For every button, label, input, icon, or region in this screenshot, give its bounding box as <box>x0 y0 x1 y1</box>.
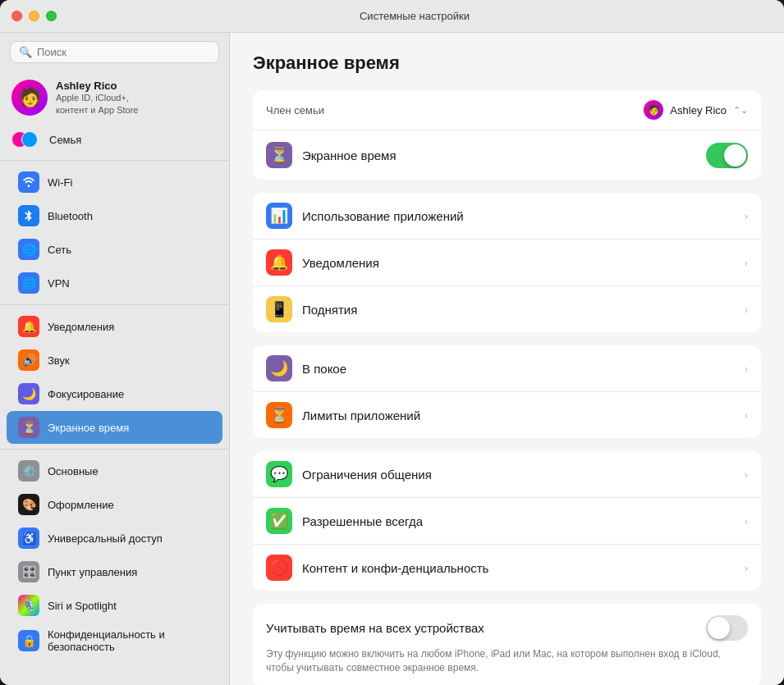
toggle-knob <box>724 144 746 167</box>
sidebar-item-screentime[interactable]: ⏳ Экранное время <box>7 411 222 444</box>
member-name: Ashley Rico <box>670 104 727 116</box>
sidebar-item-sound[interactable]: 🔊 Звук <box>7 344 222 377</box>
sidebar-item-general-label: Основные <box>48 465 99 477</box>
screentime-toggle-row: ⏳ Экранное время <box>253 130 761 180</box>
family-member-row: Член семьи 🧑 Ashley Rico ⌃⌄ <box>253 90 761 130</box>
share-devices-section: Учитывать время на всех устройствах Эту … <box>253 604 761 685</box>
sidebar-item-general[interactable]: ⚙️ Основные <box>7 454 222 487</box>
sidebar-item-siri[interactable]: 🎙️ Siri и Spotlight <box>7 589 222 622</box>
pickups-icon: 📱 <box>266 296 292 322</box>
always-allowed-chevron-icon: › <box>745 515 748 527</box>
vpn-icon: 🌐 <box>18 272 39 294</box>
menu-item-content[interactable]: 🚫 Контент и конфи-денциальность › <box>253 545 761 591</box>
menu-item-downtime[interactable]: 🌙 В покое › <box>253 345 761 392</box>
traffic-lights <box>11 11 57 21</box>
notifications2-icon: 🔔 <box>266 249 292 276</box>
sidebar-item-sound-label: Звук <box>48 354 70 367</box>
sidebar-item-wifi-label: Wi-Fi <box>48 176 72 189</box>
sidebar-item-control-label: Пункт управления <box>48 566 137 578</box>
privacy-icon: 🔒 <box>18 630 39 651</box>
sidebar: 🔍 🧑 Ashley Rico Apple ID, iCloud+,контен… <box>0 33 230 685</box>
divider-2 <box>0 304 229 305</box>
menu-item-app-usage[interactable]: 📊 Использование приложений › <box>253 193 761 240</box>
restrictions-card: 💬 Ограничения общения › ✅ Разрешенные вс… <box>253 451 761 591</box>
always-allowed-icon: ✅ <box>266 508 292 534</box>
member-selector[interactable]: 🧑 Ashley Rico ⌃⌄ <box>644 100 748 120</box>
titlebar: Системные настройки <box>0 0 784 33</box>
svg-point-0 <box>28 185 30 187</box>
share-toggle[interactable] <box>706 615 748 641</box>
usage-card: 📊 Использование приложений › 🔔 Уведомлен… <box>253 193 761 332</box>
sidebar-item-accessibility[interactable]: ♿ Универсальный доступ <box>7 522 222 555</box>
app-limits-icon: ⏳ <box>266 402 292 428</box>
search-input[interactable] <box>37 46 210 58</box>
sidebar-item-focus-label: Фокусирование <box>48 388 124 400</box>
communication-icon: 💬 <box>266 461 292 487</box>
sidebar-item-screentime-label: Экранное время <box>48 422 129 434</box>
screentime-toggle[interactable] <box>706 143 748 168</box>
profile-item[interactable]: 🧑 Ashley Rico Apple ID, iCloud+,контент … <box>0 71 229 124</box>
screentime-icon: ⏳ <box>18 417 39 438</box>
menu-item-always-allowed[interactable]: ✅ Разрешенные всегда › <box>253 498 761 545</box>
network-icon: 🌐 <box>18 239 39 260</box>
minimize-button[interactable] <box>29 11 39 21</box>
pickups-label: Поднятия <box>302 303 745 317</box>
sidebar-item-network-label: Сеть <box>48 244 71 256</box>
sidebar-item-notifications[interactable]: 🔔 Уведомления <box>7 310 222 343</box>
share-toggle-row: Учитывать время на всех устройствах <box>266 615 748 641</box>
page-title: Экранное время <box>253 53 761 74</box>
profile-name: Ashley Rico <box>56 80 138 92</box>
sidebar-item-vpn-label: VPN <box>48 277 70 290</box>
member-avatar: 🧑 <box>644 100 663 120</box>
sound-icon: 🔊 <box>18 349 39 371</box>
sidebar-item-accessibility-label: Универсальный доступ <box>48 532 163 545</box>
siri-icon: 🎙️ <box>18 595 39 616</box>
pickups-chevron-icon: › <box>745 304 748 316</box>
sidebar-item-notifications-label: Уведомления <box>48 321 114 333</box>
app-limits-chevron-icon: › <box>745 409 748 422</box>
content-icon: 🚫 <box>266 555 292 581</box>
sidebar-item-appearance[interactable]: 🎨 Оформление <box>7 488 222 521</box>
downtime-chevron-icon: › <box>745 363 748 375</box>
sidebar-item-bluetooth-label: Bluetooth <box>48 210 93 222</box>
family-avatar-2 <box>21 131 38 148</box>
sidebar-item-siri-label: Siri и Spotlight <box>48 600 117 612</box>
main-window: Системные настройки 🔍 🧑 Ashley Rico Appl… <box>0 0 784 685</box>
divider-1 <box>0 160 229 161</box>
appearance-icon: 🎨 <box>18 494 39 515</box>
content-label: Контент и конфи-денциальность <box>302 561 745 575</box>
close-button[interactable] <box>11 11 22 21</box>
family-label: Семья <box>49 134 81 146</box>
sidebar-item-control[interactable]: 🎛️ Пункт управления <box>7 555 222 588</box>
sidebar-item-vpn[interactable]: 🌐 VPN <box>7 267 222 299</box>
menu-item-communication[interactable]: 💬 Ограничения общения › <box>253 451 761 498</box>
sidebar-item-appearance-label: Оформление <box>48 499 114 511</box>
general-icon: ⚙️ <box>18 460 39 482</box>
screentime-row-icon: ⏳ <box>266 142 292 168</box>
bluetooth-icon <box>18 205 39 226</box>
always-allowed-label: Разрешенные всегда <box>302 514 745 528</box>
profile-desc: Apple ID, iCloud+,контент и App Store <box>56 92 138 116</box>
avatar: 🧑 <box>11 80 48 116</box>
app-usage-label: Использование приложений <box>302 209 745 223</box>
family-item[interactable]: Семья <box>0 124 229 155</box>
top-card: Член семьи 🧑 Ashley Rico ⌃⌄ ⏳ Экранное в… <box>253 90 761 180</box>
maximize-button[interactable] <box>46 11 57 21</box>
sidebar-item-focus[interactable]: 🌙 Фокусирование <box>7 377 222 410</box>
downtime-icon: 🌙 <box>266 355 292 381</box>
sidebar-item-wifi[interactable]: Wi-Fi <box>7 166 222 199</box>
content-area: 🔍 🧑 Ashley Rico Apple ID, iCloud+,контен… <box>0 33 784 685</box>
content-chevron-icon: › <box>745 562 748 574</box>
wifi-icon <box>18 171 39 193</box>
menu-item-app-limits[interactable]: ⏳ Лимиты приложений › <box>253 392 761 438</box>
menu-item-notifications[interactable]: 🔔 Уведомления › <box>253 240 761 286</box>
notifications2-chevron-icon: › <box>745 257 748 269</box>
search-box[interactable]: 🔍 <box>10 41 219 63</box>
share-label: Учитывать время на всех устройствах <box>266 621 484 635</box>
sidebar-item-bluetooth[interactable]: Bluetooth <box>7 199 222 232</box>
sidebar-item-network[interactable]: 🌐 Сеть <box>7 233 222 266</box>
sidebar-item-privacy[interactable]: 🔒 Конфиденциальность и безопасность <box>7 623 222 659</box>
control-icon: 🎛️ <box>18 561 39 582</box>
sidebar-scroll: 🧑 Ashley Rico Apple ID, iCloud+,контент … <box>0 71 229 685</box>
menu-item-pickups[interactable]: 📱 Поднятия › <box>253 286 761 332</box>
